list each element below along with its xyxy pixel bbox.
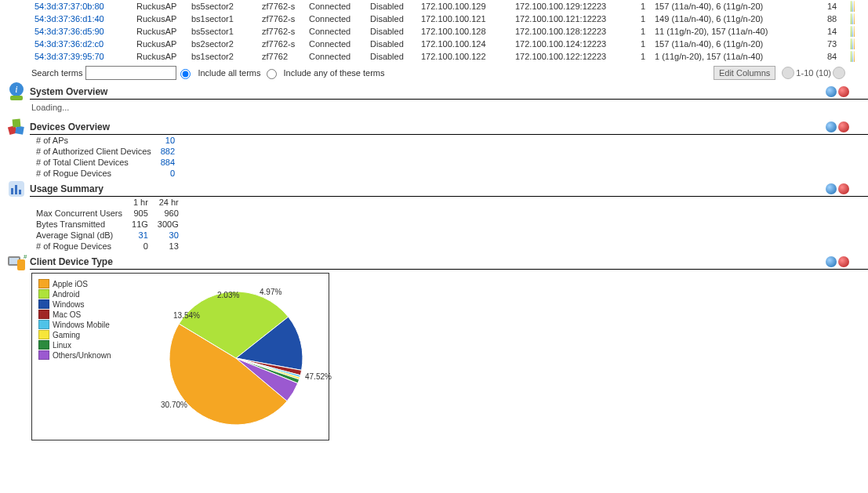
svg-rect-5 [13, 119, 21, 128]
legend-item: Windows [38, 299, 111, 309]
table-row: 54:3d:37:36:d1:40RuckusAPbs1sector1zf776… [31, 13, 863, 25]
usage-key: Bytes Transmitted [31, 219, 127, 230]
table-row: 54:3d:37:36:d5:90RuckusAPbs5sector1zf776… [31, 25, 863, 38]
section-title: Usage Summary [30, 183, 104, 194]
usage-key: Average Signal (dB) [31, 230, 127, 241]
kv-val[interactable]: 882 [156, 146, 180, 157]
pie-label: 2.03% [217, 291, 239, 299]
include-all-label: Include all terms [198, 68, 260, 78]
legend-swatch [38, 330, 49, 339]
legend-item: Android [38, 289, 111, 299]
pie-label: 30.70% [161, 401, 187, 409]
usage-24hr: 960 [153, 208, 183, 219]
section-system-overview: i System Overview Loading... [0, 85, 868, 112]
table-row: 54:3d:37:39:95:70RuckusAPbs1sector2zf776… [31, 50, 863, 63]
legend-swatch [38, 289, 49, 299]
legend-item: Mac OS [38, 310, 111, 319]
ap-table: 54:3d:37:37:0b:80RuckusAPbs5sector2zf776… [31, 0, 863, 63]
refresh-icon[interactable] [826, 121, 837, 132]
section-devices-overview: Devices Overview # of APs10# of Authoriz… [0, 120, 868, 179]
usage-24hr: 13 [153, 241, 183, 252]
usage-24hr: 300G [153, 219, 183, 230]
legend-item: Linux [38, 340, 111, 350]
loading-text: Loading... [31, 103, 868, 112]
table-row: 54:3d:37:36:d2:c0RuckusAPbs2sector2zf776… [31, 38, 863, 50]
kv-val[interactable]: 10 [156, 135, 180, 146]
pie-label: 4.97% [260, 288, 281, 296]
kv-val[interactable]: 884 [156, 157, 180, 168]
include-any-label: Include any of these terms [284, 68, 385, 78]
legend-swatch [38, 350, 49, 360]
usage-1hr: 905 [127, 208, 153, 219]
legend-item: Apple iOS [38, 279, 111, 288]
section-client-device-type: # Client Device Type Apple iOSAndroidWin… [0, 255, 868, 440]
info-icon: i [6, 82, 27, 102]
svg-rect-12 [17, 259, 25, 270]
close-icon[interactable] [838, 86, 849, 97]
pager: 1-10 (10) [780, 67, 847, 79]
mac-link[interactable]: 54:3d:37:36:d5:90 [35, 27, 104, 36]
devices-icon: # [6, 252, 27, 272]
svg-rect-8 [15, 185, 17, 194]
legend-label: Windows [53, 300, 85, 309]
section-title: Devices Overview [30, 121, 110, 132]
client-device-type-chart: Apple iOSAndroidWindowsMac OSWindows Mob… [31, 273, 329, 440]
legend-swatch [38, 310, 49, 319]
usage-key: Max Concurrent Users [31, 208, 127, 219]
devices-overview-table: # of APs10# of Authorized Client Devices… [31, 135, 180, 179]
legend-item: Others/Unknown [38, 350, 111, 360]
close-icon[interactable] [838, 121, 849, 132]
legend-label: Gaming [53, 331, 80, 339]
svg-text:#: # [24, 253, 27, 260]
kv-key: # of Total Client Devices [31, 157, 156, 168]
edit-columns-button[interactable]: Edit Columns [714, 66, 775, 80]
pie-label: 47.52% [305, 372, 332, 381]
close-icon[interactable] [838, 183, 849, 194]
legend-label: Linux [53, 341, 71, 350]
usage-1hr: 31 [127, 230, 153, 241]
legend-swatch [38, 320, 49, 329]
kv-key: # of APs [31, 135, 156, 146]
mac-link[interactable]: 54:3d:37:36:d1:40 [35, 14, 104, 24]
legend-swatch [38, 340, 49, 350]
pager-next-icon[interactable] [833, 67, 845, 79]
legend-swatch [38, 279, 49, 288]
mac-link[interactable]: 54:3d:37:37:0b:80 [35, 2, 104, 11]
search-input[interactable] [85, 66, 176, 80]
refresh-icon[interactable] [826, 183, 837, 194]
pager-prev-icon[interactable] [782, 67, 794, 79]
include-all-radio[interactable] [180, 69, 191, 79]
mac-link[interactable]: 54:3d:37:36:d2:c0 [35, 39, 104, 49]
close-icon[interactable] [838, 256, 849, 267]
refresh-icon[interactable] [826, 86, 837, 97]
usage-1hr: 11G [127, 219, 153, 230]
include-any-radio[interactable] [267, 69, 277, 79]
section-title: System Overview [30, 86, 107, 97]
svg-rect-1 [10, 96, 23, 100]
usage-key: # of Rogue Devices [31, 241, 127, 252]
pager-text: 1-10 (10) [796, 68, 831, 78]
chart-legend: Apple iOSAndroidWindowsMac OSWindows Mob… [38, 278, 111, 361]
kv-key: # of Rogue Devices [31, 168, 156, 179]
section-usage-summary: Usage Summary 1 hr24 hrMax Concurrent Us… [0, 182, 868, 252]
pie-label: 13.54% [173, 311, 200, 320]
legend-label: Others/Unknown [53, 351, 111, 360]
svg-rect-7 [11, 188, 13, 194]
refresh-icon[interactable] [826, 256, 837, 267]
svg-text:i: i [15, 84, 17, 95]
legend-label: Apple iOS [53, 280, 88, 288]
search-label: Search terms [31, 68, 82, 78]
bars-icon [6, 179, 27, 199]
kv-val[interactable]: 0 [156, 168, 180, 179]
legend-label: Android [53, 290, 79, 299]
legend-item: Gaming [38, 330, 111, 339]
svg-rect-9 [19, 190, 21, 194]
legend-swatch [38, 299, 49, 309]
table-row: 54:3d:37:37:0b:80RuckusAPbs5sector2zf776… [31, 0, 863, 13]
cubes-icon [6, 117, 27, 137]
usage-1hr: 0 [127, 241, 153, 252]
usage-24hr: 30 [153, 230, 183, 241]
legend-item: Windows Mobile [38, 320, 111, 329]
kv-key: # of Authorized Client Devices [31, 146, 156, 157]
mac-link[interactable]: 54:3d:37:39:95:70 [35, 52, 104, 61]
